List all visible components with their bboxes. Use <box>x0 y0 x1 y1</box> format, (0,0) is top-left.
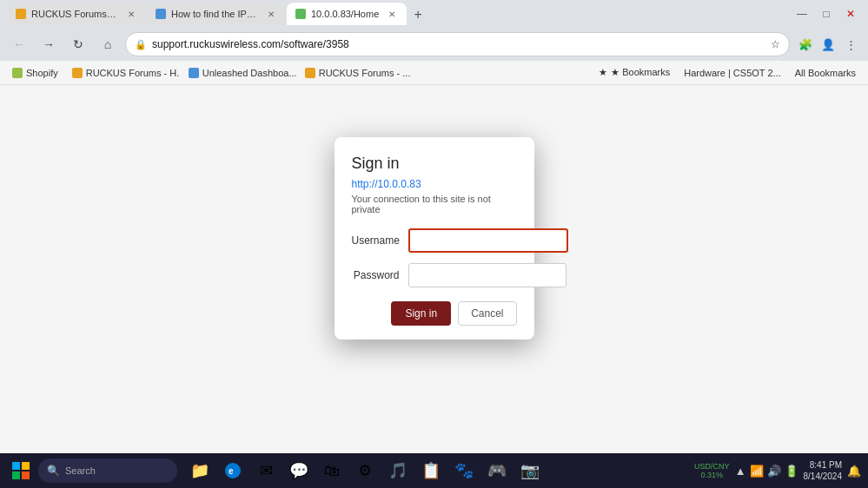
star-icon: ★ <box>599 67 607 78</box>
bookmark-star-label: ★ Bookmarks <box>611 67 670 78</box>
cancel-button[interactable]: Cancel <box>458 301 516 326</box>
ruckus1-favicon <box>72 68 83 78</box>
home-button[interactable]: ⌂ <box>96 32 120 56</box>
taskbar-app-teams[interactable]: 💬 <box>283 455 315 486</box>
taskbar-search[interactable]: 🔍 Search <box>38 458 177 483</box>
taskbar-app-mail[interactable]: ✉ <box>250 455 282 486</box>
bookmark-hardware-label: Hardware | CS5OT 2... <box>684 68 780 78</box>
tab3-favicon <box>295 9 306 19</box>
unleashed-favicon <box>189 68 199 78</box>
browser-chrome: RUCKUS Forums - Re: Loss of... ✕ How to … <box>0 0 868 85</box>
username-label: Username <box>352 234 408 247</box>
address-bar[interactable]: 🔒 support.ruckuswireless.com/software/39… <box>125 32 790 56</box>
username-row: Username <box>352 228 517 253</box>
maximize-button[interactable]: □ <box>816 3 837 24</box>
tray-battery-icon[interactable]: 🔋 <box>785 465 798 478</box>
signin-url: http://10.0.0.83 <box>352 178 517 190</box>
tab1-label: RUCKUS Forums - Re: Loss of... <box>31 9 118 19</box>
bookmark-ruckus1-label: RUCKUS Forums - H... <box>86 68 180 78</box>
lock-icon: 🔒 <box>135 39 147 50</box>
tab2-label: How to find the IP Address of... <box>171 9 258 19</box>
svg-text:e: e <box>229 466 234 476</box>
tab2-favicon <box>156 9 166 19</box>
taskbar-search-text: Search <box>65 465 96 476</box>
profile-icon[interactable]: 👤 <box>818 34 838 55</box>
password-label: Password <box>352 269 408 281</box>
ruckus2-favicon <box>305 68 315 78</box>
taskbar-app-extra3[interactable]: 🐾 <box>448 455 480 486</box>
taskbar-app-file-explorer[interactable]: 📁 <box>184 455 215 486</box>
menu-icon[interactable]: ⋮ <box>840 34 861 55</box>
tab-ruckus-1[interactable]: RUCKUS Forums - Re: Loss of... ✕ <box>7 3 146 25</box>
taskbar-apps: 📁 e ✉ 💬 🛍 ⚙ 🎵 📋 🐾 🎮 📷 <box>184 455 546 486</box>
address-bar-icons: ☆ <box>771 38 780 50</box>
taskbar-app-store[interactable]: 🛍 <box>316 455 348 486</box>
signin-dialog: Sign in http://10.0.0.83 Your connection… <box>335 137 534 340</box>
currency-value: 0.31% <box>701 471 724 479</box>
clock-date: 8/14/2024 <box>804 471 843 482</box>
back-button[interactable]: ← <box>7 32 31 56</box>
bookmark-all[interactable]: All Bookmarks <box>790 66 861 80</box>
password-input[interactable] <box>408 263 567 287</box>
reload-button[interactable]: ↻ <box>66 32 90 56</box>
tab-home-active[interactable]: 10.0.0.83/Home ✕ <box>287 3 407 25</box>
bookmark-shopify[interactable]: Shopify <box>7 66 63 80</box>
taskbar-app-extra5[interactable]: 📷 <box>514 455 546 486</box>
signin-warning: Your connection to this site is not priv… <box>352 194 517 214</box>
bookmark-star-icon[interactable]: ☆ <box>771 38 780 50</box>
bookmark-star[interactable]: ★ ★ Bookmarks <box>593 65 675 80</box>
tray-wifi-icon[interactable]: 📶 <box>750 465 764 478</box>
address-url: support.ruckuswireless.com/software/3958 <box>152 38 765 50</box>
bookmark-unleashed-label: Unleashed Dashboa... <box>202 68 296 78</box>
taskbar-app-edge[interactable]: e <box>217 455 248 486</box>
bookmarks-bar: Shopify RUCKUS Forums - H... Unleashed D… <box>0 61 868 85</box>
notification-icon[interactable]: 🔔 <box>847 465 861 478</box>
tabs-container: RUCKUS Forums - Re: Loss of... ✕ How to … <box>7 3 788 25</box>
tab3-label: 10.0.0.83/Home <box>311 9 379 19</box>
tray-volume-icon[interactable]: 🔊 <box>767 465 781 478</box>
taskbar-app-extra2[interactable]: 📋 <box>415 455 447 486</box>
tab-howto[interactable]: How to find the IP Address of... ✕ <box>147 3 286 25</box>
windows-logo <box>12 462 30 479</box>
username-input[interactable] <box>408 228 568 253</box>
bookmark-hardware[interactable]: Hardware | CS5OT 2... <box>679 66 785 80</box>
toolbar-icons: 🧩 👤 ⋮ <box>795 34 861 55</box>
minimize-button[interactable]: — <box>792 3 812 24</box>
title-bar: RUCKUS Forums - Re: Loss of... ✕ How to … <box>0 0 868 28</box>
taskbar-app-extra1[interactable]: 🎵 <box>382 455 414 486</box>
tab1-close[interactable]: ✕ <box>125 8 137 20</box>
taskbar-tray: ▲ 📶 🔊 🔋 <box>735 465 798 478</box>
bookmark-ruckus2[interactable]: RUCKUS Forums - ... <box>300 66 413 80</box>
tab2-close[interactable]: ✕ <box>265 8 277 20</box>
bookmark-shopify-label: Shopify <box>26 68 58 78</box>
tab1-favicon <box>16 9 26 19</box>
bookmark-ruckus2-label: RUCKUS Forums - ... <box>319 68 411 78</box>
bookmark-ruckus1[interactable]: RUCKUS Forums - H... <box>67 66 180 80</box>
dialog-overlay: Sign in http://10.0.0.83 Your connection… <box>0 85 868 453</box>
signin-title: Sign in <box>352 155 517 173</box>
page-content: Sign in http://10.0.0.83 Your connection… <box>0 85 868 453</box>
close-button[interactable]: ✕ <box>840 3 861 24</box>
taskbar-search-icon: 🔍 <box>47 465 60 477</box>
taskbar-app-extra4[interactable]: 🎮 <box>481 455 513 486</box>
new-tab-button[interactable]: + <box>407 4 428 25</box>
extensions-icon[interactable]: 🧩 <box>795 34 816 55</box>
window-controls: — □ ✕ <box>792 3 861 24</box>
taskbar: 🔍 Search 📁 e ✉ 💬 🛍 ⚙ 🎵 📋 🐾 🎮 📷 USD/CNY 0… <box>0 453 868 488</box>
password-row: Password <box>352 263 517 287</box>
bookmark-all-label: All Bookmarks <box>795 68 856 78</box>
dialog-buttons: Sign in Cancel <box>352 301 517 326</box>
tray-up-arrow[interactable]: ▲ <box>735 465 746 478</box>
taskbar-clock[interactable]: 8:41 PM 8/14/2024 <box>804 459 843 482</box>
currency-indicator[interactable]: USD/CNY 0.31% <box>694 462 730 479</box>
signin-button[interactable]: Sign in <box>391 301 451 326</box>
tab3-close[interactable]: ✕ <box>386 8 398 20</box>
clock-time: 8:41 PM <box>810 459 842 471</box>
start-button[interactable] <box>7 457 35 485</box>
currency-label: USD/CNY <box>694 462 730 471</box>
taskbar-right: USD/CNY 0.31% ▲ 📶 🔊 🔋 8:41 PM 8/14/2024 … <box>694 459 861 482</box>
taskbar-app-settings[interactable]: ⚙ <box>349 455 381 486</box>
shopify-favicon <box>12 68 23 78</box>
forward-button[interactable]: → <box>36 32 61 56</box>
bookmark-unleashed[interactable]: Unleashed Dashboa... <box>183 66 296 80</box>
